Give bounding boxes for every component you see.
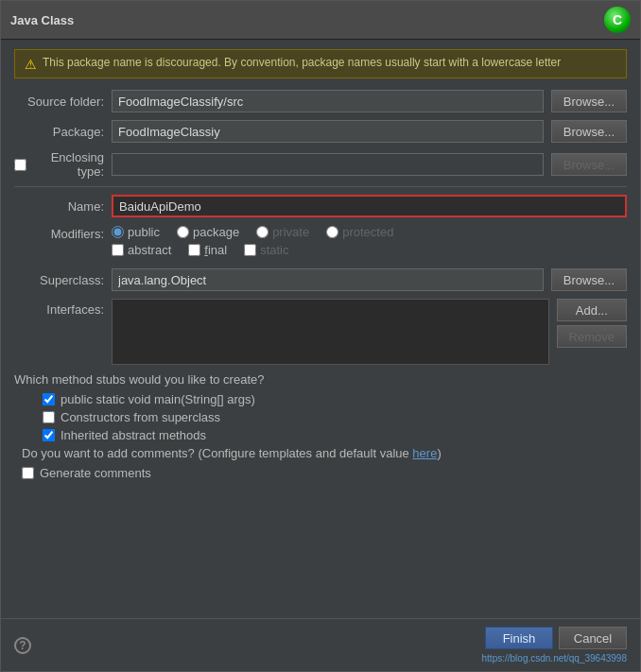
comments-question-text: Do you want to add comments? (Configure …	[22, 446, 412, 460]
enclosing-type-row: Enclosing type: Browse...	[14, 150, 627, 179]
name-row: Name:	[14, 195, 627, 217]
modifiers-label: Modifiers:	[14, 225, 104, 241]
superclass-row: Superclass: Browse...	[14, 268, 627, 291]
help-icon[interactable]: ?	[14, 637, 31, 654]
comments-generate-row: Generate comments	[14, 466, 627, 480]
modifiers-grid: public package private protected	[112, 225, 627, 261]
modifier-abstract[interactable]: abstract	[112, 243, 171, 257]
finish-button[interactable]: Finish	[485, 627, 553, 649]
modifier-package-label: package	[193, 225, 239, 239]
stub-constructors-row: Constructors from superclass	[14, 410, 627, 424]
stub-main-row: public static void main(String[] args)	[14, 392, 627, 406]
generate-comments-label[interactable]: Generate comments	[40, 466, 151, 480]
interfaces-label: Interfaces:	[14, 299, 104, 317]
modifier-final-label: ffinalinal	[204, 243, 227, 257]
footer-buttons: Finish Cancel	[485, 627, 627, 649]
comments-link[interactable]: here	[412, 446, 437, 460]
dialog-body: ⚠ This package name is discouraged. By c…	[1, 40, 640, 618]
modifier-private[interactable]: private	[256, 225, 309, 239]
package-row: Package: Browse...	[14, 120, 627, 143]
stubs-title: Which method stubs would you like to cre…	[14, 372, 627, 387]
dialog-titlebar: Java Class C	[1, 1, 640, 40]
comments-question-end: )	[437, 446, 441, 460]
modifier-private-radio[interactable]	[256, 226, 269, 238]
stub-main-checkbox[interactable]	[43, 393, 55, 405]
superclass-browse-button[interactable]: Browse...	[551, 268, 627, 291]
separator-1	[14, 186, 627, 187]
modifier-public-label: public	[128, 225, 160, 239]
superclass-label: Superclass:	[14, 273, 104, 287]
modifiers-row-2: abstract ffinalinal static	[112, 243, 627, 257]
enclosing-type-checkbox[interactable]	[14, 159, 26, 171]
footer-right-container: Finish Cancel https://blog.csdn.net/qq_3…	[482, 627, 627, 663]
modifier-final[interactable]: ffinalinal	[188, 243, 227, 257]
source-folder-input[interactable]	[112, 90, 544, 112]
interfaces-box	[112, 299, 549, 365]
stub-inherited-row: Inherited abstract methods	[14, 428, 627, 442]
eclipse-icon: C	[604, 7, 631, 33]
source-folder-row: Source folder: Browse...	[14, 90, 627, 112]
warning-text: This package name is discouraged. By con…	[43, 56, 561, 69]
java-class-dialog: Java Class C ⚠ This package name is disc…	[0, 0, 641, 672]
modifier-package-radio[interactable]	[177, 226, 189, 238]
footer-left: ?	[14, 637, 31, 654]
interfaces-buttons: Add... Remove	[557, 299, 627, 348]
dialog-footer: ? Finish Cancel https://blog.csdn.net/qq…	[1, 618, 640, 671]
modifier-abstract-label: abstract	[128, 243, 171, 257]
modifier-protected-radio[interactable]	[326, 226, 338, 238]
modifier-static-checkbox[interactable]	[244, 244, 256, 256]
enclosing-type-label: Enclosing type:	[30, 150, 104, 179]
stubs-section: Which method stubs would you like to cre…	[14, 372, 627, 442]
name-label: Name:	[14, 199, 104, 214]
url-hint: https://blog.csdn.net/qq_39643998	[482, 653, 627, 663]
enclosing-browse-button: Browse...	[551, 153, 627, 176]
stub-constructors-label[interactable]: Constructors from superclass	[61, 410, 220, 424]
modifier-static-label: static	[260, 243, 288, 257]
interfaces-add-button[interactable]: Add...	[557, 299, 627, 321]
enclosing-type-input[interactable]	[112, 153, 544, 176]
warning-icon: ⚠	[25, 57, 37, 72]
source-folder-label: Source folder:	[14, 95, 104, 109]
modifiers-section: Modifiers: public package private	[14, 225, 627, 261]
package-input[interactable]	[112, 120, 544, 143]
superclass-input[interactable]	[112, 268, 544, 291]
stub-inherited-label[interactable]: Inherited abstract methods	[61, 428, 206, 442]
modifier-public-radio[interactable]	[112, 226, 124, 238]
comments-section: Do you want to add comments? (Configure …	[14, 446, 627, 480]
modifier-abstract-checkbox[interactable]	[112, 244, 124, 256]
interfaces-remove-button: Remove	[557, 325, 627, 348]
modifier-static[interactable]: static	[244, 243, 288, 257]
modifiers-row-1: public package private protected	[112, 225, 627, 239]
package-label: Package:	[14, 125, 104, 139]
source-folder-browse-button[interactable]: Browse...	[551, 90, 627, 112]
modifier-package[interactable]: package	[177, 225, 239, 239]
warning-bar: ⚠ This package name is discouraged. By c…	[14, 49, 627, 78]
modifier-protected[interactable]: protected	[326, 225, 393, 239]
package-browse-button[interactable]: Browse...	[551, 120, 627, 143]
modifier-final-checkbox[interactable]	[188, 244, 200, 256]
stub-inherited-checkbox[interactable]	[43, 429, 55, 441]
cancel-button[interactable]: Cancel	[559, 627, 627, 649]
modifier-public[interactable]: public	[112, 225, 160, 239]
generate-comments-checkbox[interactable]	[22, 467, 34, 479]
interfaces-row: Interfaces: Add... Remove	[14, 299, 627, 365]
enclosing-label-area: Enclosing type:	[14, 150, 104, 179]
dialog-title: Java Class	[10, 13, 74, 27]
name-input[interactable]	[112, 195, 627, 217]
stub-main-label[interactable]: public static void main(String[] args)	[61, 392, 255, 406]
modifier-private-label: private	[272, 225, 309, 239]
stub-constructors-checkbox[interactable]	[43, 411, 55, 423]
modifier-protected-label: protected	[342, 225, 393, 239]
comments-question: Do you want to add comments? (Configure …	[14, 446, 627, 460]
